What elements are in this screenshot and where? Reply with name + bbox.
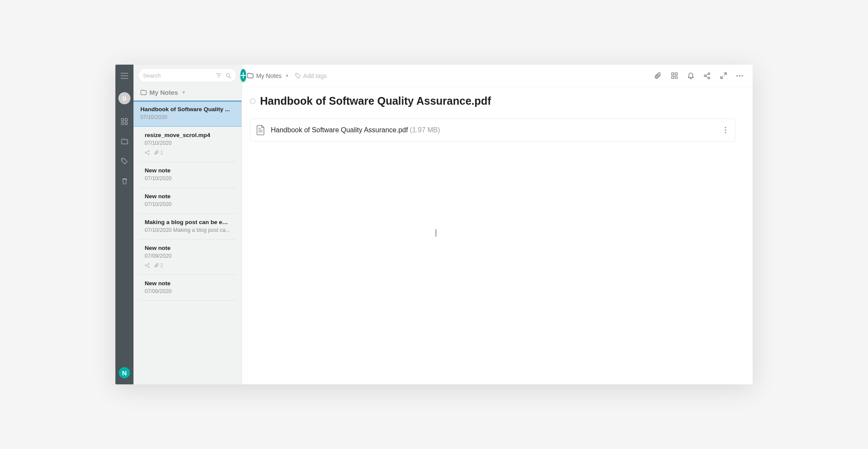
note-list-item[interactable]: New note07/09/2020 — [139, 275, 236, 301]
note-item-sub: 07/10/2020 — [145, 201, 230, 207]
chevron-down-icon: ▼ — [182, 90, 186, 95]
title-bullet-icon — [250, 98, 256, 104]
paperclip-icon: 2 — [154, 262, 163, 268]
grid-icon[interactable] — [670, 72, 679, 80]
svg-point-24 — [725, 130, 726, 131]
svg-point-4 — [123, 159, 124, 160]
note-list[interactable]: Handbook of Software Quality ...07/10/20… — [133, 100, 242, 384]
svg-point-12 — [296, 74, 297, 75]
svg-point-22 — [741, 75, 743, 76]
note-item-title: New note — [145, 280, 230, 287]
svg-rect-3 — [125, 122, 128, 125]
topbar-actions — [654, 72, 744, 80]
folder-icon[interactable] — [119, 136, 130, 147]
note-item-meta: 1 — [145, 150, 230, 156]
note-title[interactable]: Handbook of Software Quality Assurance.p… — [260, 95, 491, 107]
svg-point-10 — [145, 265, 146, 266]
user-avatar[interactable]: D — [118, 92, 130, 104]
note-list-item[interactable]: New note07/09/20202 — [139, 240, 236, 275]
svg-point-11 — [148, 266, 149, 268]
svg-point-23 — [725, 127, 726, 128]
tag-icon[interactable] — [119, 156, 130, 166]
note-item-sub: 07/09/2020 — [145, 253, 230, 259]
app-window: D N — [115, 65, 753, 384]
folder-label: My Notes — [149, 89, 178, 96]
note-item-title: resize_move_scrol.mp4 — [145, 132, 230, 138]
note-item-title: Making a blog post can be eas... — [145, 219, 230, 225]
note-list-item[interactable]: Handbook of Software Quality ...07/10/20… — [133, 100, 242, 127]
svg-point-9 — [148, 263, 149, 265]
svg-rect-16 — [675, 76, 677, 78]
search-input[interactable] — [143, 72, 215, 79]
add-tags-label: Add tags — [303, 72, 327, 79]
note-item-title: Handbook of Software Quality ... — [140, 106, 235, 112]
svg-point-6 — [148, 150, 149, 152]
file-icon — [256, 125, 265, 135]
attachment-card[interactable]: Handbook of Software Quality Assurance.p… — [250, 118, 735, 142]
svg-point-8 — [148, 153, 149, 155]
svg-point-7 — [145, 152, 146, 153]
filter-icon[interactable] — [215, 73, 222, 78]
breadcrumb-label: My Notes — [256, 72, 282, 79]
app-logo[interactable]: N — [119, 367, 130, 378]
attachment-filename: Handbook of Software Quality Assurance.p… — [271, 126, 408, 134]
dashboard-icon[interactable] — [119, 116, 130, 127]
svg-rect-0 — [121, 118, 124, 121]
note-item-sub: 07/10/2020 — [145, 175, 230, 181]
chevron-down-icon: ▼ — [285, 74, 289, 78]
main-pane: My Notes ▼ Add tags — [242, 65, 753, 384]
share-icon[interactable] — [703, 72, 711, 80]
folder-header[interactable]: My Notes ▼ — [133, 85, 242, 100]
svg-point-19 — [708, 77, 710, 79]
svg-rect-15 — [672, 76, 674, 78]
expand-icon[interactable] — [719, 72, 728, 80]
note-item-meta: 2 — [145, 262, 230, 268]
note-list-item[interactable]: New note07/10/2020 — [139, 188, 236, 214]
share-icon — [145, 150, 150, 155]
note-item-sub: 07/09/2020 — [145, 288, 230, 294]
share-icon — [145, 263, 150, 268]
svg-point-21 — [739, 75, 740, 76]
svg-rect-13 — [672, 73, 674, 75]
add-tags[interactable]: Add tags — [295, 72, 327, 79]
sidebar-top — [133, 65, 242, 85]
editor-body[interactable]: Handbook of Software Quality Assurance.p… — [242, 87, 753, 384]
svg-point-20 — [736, 75, 738, 76]
attachment-more-icon[interactable] — [722, 125, 729, 135]
new-note-button[interactable] — [240, 69, 246, 82]
svg-point-25 — [725, 132, 726, 134]
attach-icon[interactable] — [654, 72, 662, 80]
note-list-item[interactable]: resize_move_scrol.mp407/10/20201 — [139, 127, 236, 162]
svg-rect-1 — [125, 118, 128, 121]
trash-icon[interactable] — [119, 176, 130, 186]
bell-icon[interactable] — [686, 72, 695, 80]
attachment-filesize: (1.97 MB) — [410, 126, 440, 134]
search-field[interactable] — [139, 69, 236, 82]
note-item-title: New note — [145, 245, 230, 251]
note-item-title: New note — [145, 193, 230, 200]
menu-icon[interactable] — [119, 71, 130, 81]
note-item-sub: 07/10/2020 Making a blog post ca... — [145, 227, 230, 233]
editor-topbar: My Notes ▼ Add tags — [242, 65, 753, 87]
svg-point-17 — [708, 73, 710, 75]
svg-rect-2 — [121, 122, 124, 125]
text-cursor — [436, 229, 436, 237]
note-item-sub: 07/10/2020 — [140, 114, 235, 120]
note-item-sub: 07/10/2020 — [145, 140, 230, 146]
breadcrumb[interactable]: My Notes ▼ — [247, 72, 289, 79]
paperclip-icon: 1 — [154, 150, 163, 156]
note-item-title: New note — [145, 167, 230, 174]
note-list-sidebar: My Notes ▼ Handbook of Software Quality … — [133, 65, 242, 384]
note-list-item[interactable]: Making a blog post can be eas...07/10/20… — [139, 214, 236, 240]
more-icon[interactable] — [735, 72, 744, 80]
svg-point-18 — [704, 75, 706, 77]
search-icon[interactable] — [225, 73, 232, 78]
nav-rail: D N — [115, 65, 133, 384]
note-list-item[interactable]: New note07/10/2020 — [139, 162, 236, 188]
svg-rect-14 — [675, 73, 677, 75]
